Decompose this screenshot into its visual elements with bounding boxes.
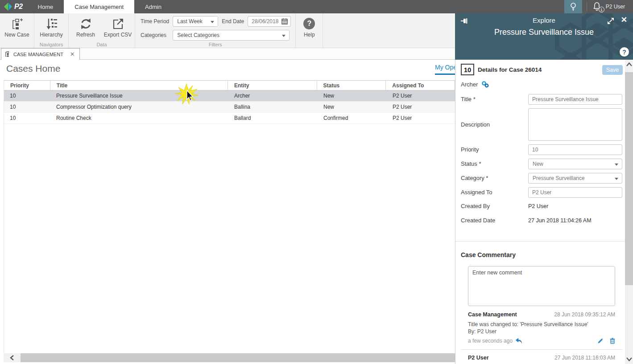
ribbon-group-data: Refresh Export CSV Data	[69, 13, 135, 48]
table-row[interactable]: 10 Compressor Optimization query Ballina…	[4, 102, 455, 113]
scroll-left-button[interactable]	[4, 353, 21, 362]
col-header-title[interactable]: Title	[50, 81, 228, 90]
my-open-cases-link[interactable]: My Ope	[435, 64, 455, 71]
calendar-icon[interactable]	[281, 18, 288, 25]
cell-entity: Archer	[228, 93, 317, 99]
cell-priority: 10	[4, 93, 50, 99]
delete-trash-icon[interactable]	[610, 338, 615, 344]
details-heading: Details for Case 26014	[478, 66, 542, 73]
cell-entity: Ballard	[228, 115, 317, 121]
nav-tab-admin[interactable]: Admin	[134, 0, 172, 13]
reply-icon[interactable]	[515, 338, 523, 344]
lightbulb-button[interactable]	[564, 0, 582, 13]
end-date-label: End Date	[222, 18, 244, 25]
document-tab-strip: CASE MANAGEMENT ✕	[0, 48, 455, 60]
vertical-scroll-thumb[interactable]	[625, 72, 633, 285]
topbar-separator	[587, 2, 587, 11]
col-header-entity[interactable]: Entity	[228, 81, 317, 90]
entity-link[interactable]: Archer	[461, 81, 478, 88]
categories-value: Select Categories	[177, 32, 219, 38]
cell-assigned-to: P2 User	[386, 93, 455, 99]
cell-priority: 10	[4, 115, 50, 121]
category-select[interactable]: Pressure Surveillance	[528, 173, 622, 184]
expand-panel-icon[interactable]	[607, 17, 614, 26]
table-row[interactable]: 10 Routine Check Ballard Confirmed P2 Us…	[4, 113, 455, 124]
help-button[interactable]: ? Help	[297, 13, 322, 48]
ribbon-group-help: ? Help	[296, 13, 323, 48]
chevron-down-icon	[615, 178, 618, 180]
tab-case-management[interactable]: CASE MANAGEMENT ✕	[1, 48, 80, 60]
title-input[interactable]	[528, 94, 622, 105]
vertical-scrollbar[interactable]	[625, 60, 633, 364]
horizontal-scroll-thumb[interactable]	[21, 353, 455, 362]
hierarchy-icon	[46, 16, 57, 31]
new-case-button[interactable]: New Case	[1, 13, 33, 48]
description-textarea[interactable]	[528, 108, 622, 141]
case-management-tab-icon	[5, 51, 10, 57]
category-value: Pressure Surveillance	[533, 175, 585, 181]
priority-input[interactable]	[528, 144, 622, 155]
comment-line: Title was changed to: 'Pressure Surveill…	[468, 321, 615, 328]
table-row[interactable]: 10 Pressure Surveillance Issue Archer Ne…	[4, 90, 455, 102]
cell-assigned-to: P2 User	[386, 115, 455, 121]
col-header-priority[interactable]: Priority	[4, 81, 50, 90]
title-label: Title *	[461, 96, 476, 102]
comment-author: Case Management	[468, 311, 517, 318]
col-header-status[interactable]: Status	[317, 81, 386, 90]
categories-select[interactable]: Select Categories	[173, 30, 290, 41]
new-case-icon	[11, 16, 23, 31]
priority-label: Priority	[461, 146, 479, 153]
ribbon-group-filters: Time Period Last Week End Date Categorie…	[135, 13, 296, 48]
notifications-button[interactable]: 1	[592, 0, 606, 13]
cell-priority: 10	[4, 104, 50, 110]
edit-pencil-icon[interactable]	[597, 338, 604, 344]
nav-tab-case-management[interactable]: Case Management	[64, 0, 134, 13]
status-label: Status *	[461, 160, 481, 167]
current-user-label[interactable]: P2 User	[606, 0, 633, 13]
comment-line: By: P2 User	[468, 328, 615, 335]
cell-title: Pressure Surveillance Issue	[50, 93, 228, 99]
col-header-assigned-to[interactable]: Assigned To	[386, 81, 455, 90]
horizontal-scrollbar[interactable]	[4, 353, 455, 362]
link-icon[interactable]	[481, 81, 489, 88]
refresh-label: Refresh	[76, 32, 95, 38]
close-panel-icon[interactable]: ✕	[621, 15, 627, 25]
explore-panel: Explore ✕ Pressure Surveillance Issue ? …	[455, 13, 633, 364]
created-by-value: P2 User	[528, 203, 548, 209]
end-date-input[interactable]	[252, 18, 279, 25]
panel-help-icon[interactable]: ?	[620, 47, 629, 57]
created-date-value: 27 Jun 2018 11:04:26 AM	[528, 217, 592, 224]
comment-header: P2 User 27 Jun 2018 11:16:03 AM	[468, 355, 615, 361]
assigned-to-input[interactable]	[528, 187, 622, 198]
scroll-down-button[interactable]	[625, 357, 633, 361]
assigned-to-label: Assigned To	[461, 189, 492, 196]
notification-count-badge: 1	[599, 7, 604, 12]
panel-title: Explore	[455, 16, 633, 24]
cell-title: Compressor Optimization query	[50, 104, 228, 110]
table-header-row: Priority Title Entity Status Assigned To	[4, 80, 455, 90]
comment-divider	[461, 349, 622, 350]
tab-label: CASE MANAGEMENT	[13, 52, 63, 57]
save-button[interactable]: Save	[602, 65, 623, 75]
export-csv-label: Export CSV	[104, 32, 132, 38]
created-by-label: Created By	[461, 203, 490, 209]
cell-entity: Ballina	[228, 104, 317, 110]
time-period-select[interactable]: Last Week	[173, 16, 218, 27]
status-value: New	[533, 161, 543, 167]
comment-body: Title was changed to: 'Pressure Surveill…	[468, 321, 615, 335]
nav-tab-home[interactable]: Home	[27, 0, 64, 13]
ribbon-group-new-case: New Case	[0, 13, 34, 48]
refresh-icon	[80, 16, 92, 31]
close-tab-icon[interactable]: ✕	[70, 51, 75, 57]
chevron-left-icon	[10, 355, 14, 360]
new-comment-textarea[interactable]	[468, 266, 615, 306]
scroll-up-button[interactable]	[625, 62, 633, 66]
status-select[interactable]: New	[528, 159, 622, 169]
p2-logo: P2	[0, 0, 27, 13]
comment-timestamp: 28 Jun 2018 09:35:12 AM	[554, 311, 615, 318]
end-date-field[interactable]	[248, 16, 291, 27]
group-label-navigators: Navigators	[34, 42, 68, 47]
category-label: Category *	[461, 175, 488, 181]
time-period-value: Last Week	[177, 18, 202, 25]
page-title: Cases Home	[6, 63, 60, 74]
